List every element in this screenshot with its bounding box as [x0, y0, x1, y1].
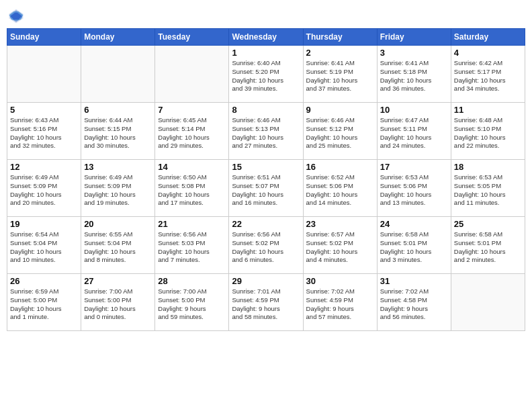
calendar-cell	[81, 46, 155, 103]
day-number: 24	[380, 219, 448, 229]
cell-content: Sunrise: 6:49 AM Sunset: 5:09 PM Dayligh…	[84, 173, 152, 208]
cell-content: Sunrise: 6:52 AM Sunset: 5:06 PM Dayligh…	[306, 173, 374, 208]
calendar-header-row: SundayMondayTuesdayWednesdayThursdayFrid…	[7, 29, 525, 46]
calendar-cell: 26Sunrise: 6:59 AM Sunset: 5:00 PM Dayli…	[7, 274, 81, 331]
day-number: 16	[306, 162, 374, 172]
day-number: 26	[10, 276, 78, 286]
day-number: 22	[232, 219, 300, 229]
calendar-cell: 20Sunrise: 6:55 AM Sunset: 5:04 PM Dayli…	[81, 217, 155, 274]
calendar-cell: 7Sunrise: 6:45 AM Sunset: 5:14 PM Daylig…	[155, 103, 229, 160]
day-number: 27	[84, 276, 152, 286]
calendar-cell: 5Sunrise: 6:43 AM Sunset: 5:16 PM Daylig…	[7, 103, 81, 160]
calendar-cell: 16Sunrise: 6:52 AM Sunset: 5:06 PM Dayli…	[303, 160, 377, 217]
day-number: 23	[306, 219, 374, 229]
logo-icon	[7, 7, 26, 26]
calendar-table: SundayMondayTuesdayWednesdayThursdayFrid…	[7, 28, 525, 331]
day-number: 8	[232, 105, 300, 115]
calendar-cell: 6Sunrise: 6:44 AM Sunset: 5:15 PM Daylig…	[81, 103, 155, 160]
day-number: 28	[158, 276, 226, 286]
calendar-cell: 4Sunrise: 6:42 AM Sunset: 5:17 PM Daylig…	[451, 46, 525, 103]
day-number: 14	[158, 162, 226, 172]
cell-content: Sunrise: 6:42 AM Sunset: 5:17 PM Dayligh…	[454, 59, 522, 93]
day-of-week-saturday: Saturday	[451, 29, 525, 46]
day-number: 25	[454, 219, 522, 229]
day-number: 6	[84, 105, 152, 115]
calendar-cell: 24Sunrise: 6:58 AM Sunset: 5:01 PM Dayli…	[377, 217, 451, 274]
day-number: 18	[454, 162, 522, 172]
calendar-cell: 9Sunrise: 6:46 AM Sunset: 5:12 PM Daylig…	[303, 103, 377, 160]
calendar-week-4: 19Sunrise: 6:54 AM Sunset: 5:04 PM Dayli…	[7, 217, 525, 274]
day-number: 21	[158, 219, 226, 229]
calendar-cell: 31Sunrise: 7:02 AM Sunset: 4:58 PM Dayli…	[377, 274, 451, 331]
cell-content: Sunrise: 6:53 AM Sunset: 5:05 PM Dayligh…	[454, 173, 522, 208]
header	[7, 7, 525, 26]
day-number: 29	[232, 276, 300, 286]
day-number: 10	[380, 105, 448, 115]
calendar-cell: 17Sunrise: 6:53 AM Sunset: 5:06 PM Dayli…	[377, 160, 451, 217]
calendar-cell: 25Sunrise: 6:58 AM Sunset: 5:01 PM Dayli…	[451, 217, 525, 274]
day-number: 20	[84, 219, 152, 229]
calendar-cell: 27Sunrise: 7:00 AM Sunset: 5:00 PM Dayli…	[81, 274, 155, 331]
day-number: 7	[158, 105, 226, 115]
logo	[7, 7, 28, 26]
calendar-week-1: 1Sunrise: 6:40 AM Sunset: 5:20 PM Daylig…	[7, 46, 525, 103]
cell-content: Sunrise: 6:48 AM Sunset: 5:10 PM Dayligh…	[454, 116, 522, 150]
day-number: 5	[10, 105, 78, 115]
calendar-cell: 10Sunrise: 6:47 AM Sunset: 5:11 PM Dayli…	[377, 103, 451, 160]
calendar-week-2: 5Sunrise: 6:43 AM Sunset: 5:16 PM Daylig…	[7, 103, 525, 160]
cell-content: Sunrise: 6:58 AM Sunset: 5:01 PM Dayligh…	[454, 230, 522, 265]
cell-content: Sunrise: 6:54 AM Sunset: 5:04 PM Dayligh…	[10, 230, 78, 265]
day-of-week-friday: Friday	[377, 29, 451, 46]
day-number: 2	[306, 48, 374, 58]
cell-content: Sunrise: 6:41 AM Sunset: 5:18 PM Dayligh…	[380, 59, 448, 93]
cell-content: Sunrise: 7:01 AM Sunset: 4:59 PM Dayligh…	[232, 287, 300, 322]
cell-content: Sunrise: 6:55 AM Sunset: 5:04 PM Dayligh…	[84, 230, 152, 265]
cell-content: Sunrise: 6:49 AM Sunset: 5:09 PM Dayligh…	[10, 173, 78, 208]
day-number: 12	[10, 162, 78, 172]
cell-content: Sunrise: 6:45 AM Sunset: 5:14 PM Dayligh…	[158, 116, 226, 150]
calendar-week-3: 12Sunrise: 6:49 AM Sunset: 5:09 PM Dayli…	[7, 160, 525, 217]
day-of-week-tuesday: Tuesday	[155, 29, 229, 46]
day-number: 4	[454, 48, 522, 58]
cell-content: Sunrise: 7:00 AM Sunset: 5:00 PM Dayligh…	[158, 287, 226, 322]
cell-content: Sunrise: 6:43 AM Sunset: 5:16 PM Dayligh…	[10, 116, 78, 150]
calendar-cell: 28Sunrise: 7:00 AM Sunset: 5:00 PM Dayli…	[155, 274, 229, 331]
calendar-cell: 1Sunrise: 6:40 AM Sunset: 5:20 PM Daylig…	[229, 46, 303, 103]
page: SundayMondayTuesdayWednesdayThursdayFrid…	[0, 0, 532, 411]
day-number: 30	[306, 276, 374, 286]
cell-content: Sunrise: 6:56 AM Sunset: 5:02 PM Dayligh…	[232, 230, 300, 265]
day-of-week-wednesday: Wednesday	[229, 29, 303, 46]
day-number: 11	[454, 105, 522, 115]
calendar-cell: 22Sunrise: 6:56 AM Sunset: 5:02 PM Dayli…	[229, 217, 303, 274]
cell-content: Sunrise: 7:02 AM Sunset: 4:58 PM Dayligh…	[380, 287, 448, 322]
cell-content: Sunrise: 7:00 AM Sunset: 5:00 PM Dayligh…	[84, 287, 152, 322]
calendar-cell: 30Sunrise: 7:02 AM Sunset: 4:59 PM Dayli…	[303, 274, 377, 331]
calendar-cell: 8Sunrise: 6:46 AM Sunset: 5:13 PM Daylig…	[229, 103, 303, 160]
day-number: 19	[10, 219, 78, 229]
cell-content: Sunrise: 6:44 AM Sunset: 5:15 PM Dayligh…	[84, 116, 152, 150]
calendar-cell: 19Sunrise: 6:54 AM Sunset: 5:04 PM Dayli…	[7, 217, 81, 274]
day-number: 9	[306, 105, 374, 115]
day-number: 17	[380, 162, 448, 172]
day-number: 3	[380, 48, 448, 58]
cell-content: Sunrise: 6:51 AM Sunset: 5:07 PM Dayligh…	[232, 173, 300, 208]
day-number: 13	[84, 162, 152, 172]
calendar-week-5: 26Sunrise: 6:59 AM Sunset: 5:00 PM Dayli…	[7, 274, 525, 331]
cell-content: Sunrise: 6:40 AM Sunset: 5:20 PM Dayligh…	[232, 59, 300, 93]
day-number: 1	[232, 48, 300, 58]
calendar-cell	[7, 46, 81, 103]
calendar-cell: 21Sunrise: 6:56 AM Sunset: 5:03 PM Dayli…	[155, 217, 229, 274]
day-of-week-sunday: Sunday	[7, 29, 81, 46]
calendar-cell	[451, 274, 525, 331]
calendar-cell: 13Sunrise: 6:49 AM Sunset: 5:09 PM Dayli…	[81, 160, 155, 217]
cell-content: Sunrise: 7:02 AM Sunset: 4:59 PM Dayligh…	[306, 287, 374, 322]
day-number: 15	[232, 162, 300, 172]
calendar-cell: 18Sunrise: 6:53 AM Sunset: 5:05 PM Dayli…	[451, 160, 525, 217]
cell-content: Sunrise: 6:50 AM Sunset: 5:08 PM Dayligh…	[158, 173, 226, 208]
calendar-cell: 2Sunrise: 6:41 AM Sunset: 5:19 PM Daylig…	[303, 46, 377, 103]
calendar-cell: 23Sunrise: 6:57 AM Sunset: 5:02 PM Dayli…	[303, 217, 377, 274]
day-number: 31	[380, 276, 448, 286]
cell-content: Sunrise: 6:47 AM Sunset: 5:11 PM Dayligh…	[380, 116, 448, 150]
calendar-cell: 15Sunrise: 6:51 AM Sunset: 5:07 PM Dayli…	[229, 160, 303, 217]
calendar-cell: 14Sunrise: 6:50 AM Sunset: 5:08 PM Dayli…	[155, 160, 229, 217]
